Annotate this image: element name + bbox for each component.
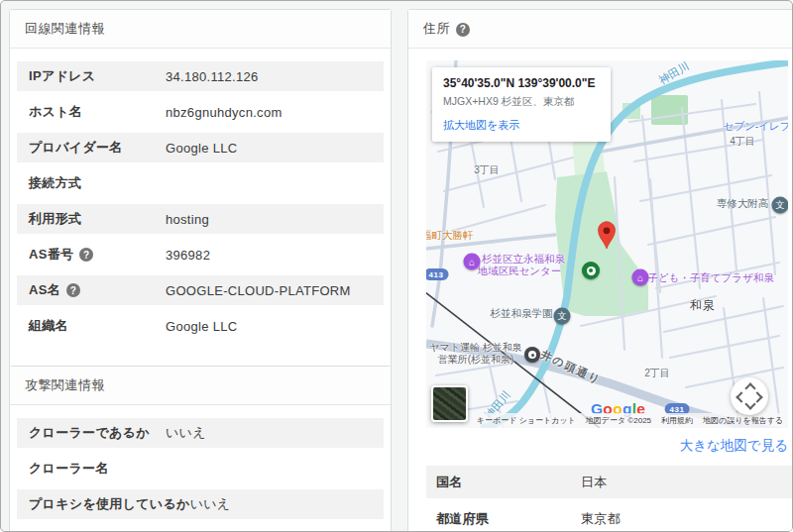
satellite-view-toggle[interactable] bbox=[431, 385, 468, 422]
info-row: ホスト名nbz6gnuhdycn.com bbox=[17, 97, 384, 127]
transport-poi-icon bbox=[524, 347, 540, 363]
attack-info-rows: クローラーであるかいいえクローラー名プロキシを使用しているかいいえ bbox=[10, 405, 391, 532]
address-card: 住所? bbox=[407, 9, 793, 532]
larger-map-row: 大きな地図で見る bbox=[426, 428, 788, 464]
info-row: クローラーであるかいいえ bbox=[17, 418, 384, 448]
attack-info-card: 攻撃関連情報 クローラーであるかいいえクローラー名プロキシを使用しているかいいえ bbox=[9, 366, 392, 532]
help-icon[interactable]: ? bbox=[79, 248, 93, 262]
info-row: 利用形式hosting bbox=[17, 204, 384, 234]
info-row: AS番号?396982 bbox=[17, 240, 384, 269]
row-value: nbz6gnuhdycn.com bbox=[166, 105, 283, 120]
pan-control[interactable] bbox=[731, 377, 768, 415]
line-info-card: 回線関連情報 IPアドレス34.180.112.126ホスト名nbz6gnuhd… bbox=[9, 9, 392, 372]
civic-poi-icon: ⌂ bbox=[464, 254, 481, 270]
address-body: 35°40'35.0"N 139°39'00.0"E MJGX+HX9 杉並区、… bbox=[408, 49, 793, 532]
row-label: 接続方式 bbox=[29, 174, 166, 192]
map-coordinates: 35°40'35.0"N 139°39'00.0"E bbox=[443, 76, 600, 90]
address-rows: 国名日本都道府県東京都 bbox=[426, 466, 793, 532]
help-icon[interactable]: ? bbox=[456, 23, 470, 37]
google-map-embed[interactable]: 35°40'35.0"N 139°39'00.0"E MJGX+HX9 杉並区、… bbox=[426, 60, 788, 428]
row-value: Google LLC bbox=[166, 141, 237, 156]
view-larger-map-link[interactable]: 大きな地図で見る bbox=[680, 438, 788, 453]
page-frame: 回線関連情報 IPアドレス34.180.112.126ホスト名nbz6gnuhd… bbox=[0, 0, 793, 532]
map-attribution-item[interactable]: 地図の誤りを報告する bbox=[703, 415, 783, 426]
park-poi-icon bbox=[582, 262, 600, 279]
row-label: 組織名 bbox=[29, 317, 166, 335]
row-label: クローラー名 bbox=[29, 460, 166, 478]
info-row: AS名?GOOGLE-CLOUD-PLATFORM bbox=[17, 275, 384, 305]
line-info-rows: IPアドレス34.180.112.126ホスト名nbz6gnuhdycn.com… bbox=[10, 49, 391, 371]
school-poi-icon: 文 bbox=[554, 308, 571, 325]
row-value: いいえ bbox=[166, 424, 206, 442]
pan-up-icon bbox=[744, 382, 755, 393]
row-label: プロバイダー名 bbox=[29, 139, 166, 157]
route-shield: 413 bbox=[426, 268, 448, 280]
row-label: 利用形式 bbox=[29, 210, 166, 228]
address-title-text: 住所 bbox=[423, 21, 450, 36]
row-label: AS名? bbox=[29, 281, 166, 299]
row-value: hosting bbox=[166, 212, 209, 227]
map-attribution-bar: キーボード ショートカット地図データ ©2025利用規約地図の誤りを報告する bbox=[472, 413, 788, 428]
row-value: GOOGLE-CLOUD-PLATFORM bbox=[166, 283, 351, 298]
map-attribution-item[interactable]: 利用規約 bbox=[661, 415, 693, 426]
info-row: IPアドレス34.180.112.126 bbox=[17, 61, 384, 91]
info-row: プロキシを使用しているかいいえ bbox=[17, 489, 384, 519]
row-label: プロキシを使用しているか bbox=[29, 495, 190, 513]
school-poi-icon: 文 bbox=[772, 197, 789, 214]
civic-poi-icon: ⌂ bbox=[632, 269, 649, 286]
help-icon[interactable]: ? bbox=[66, 283, 80, 297]
row-label: IPアドレス bbox=[29, 67, 166, 85]
row-label: AS番号? bbox=[29, 246, 166, 264]
enlarge-map-link[interactable]: 拡大地図を表示 bbox=[443, 118, 519, 133]
row-value: いいえ bbox=[190, 495, 231, 513]
info-row: 都道府県東京都 bbox=[426, 502, 793, 532]
info-row: 接続方式 bbox=[17, 168, 384, 198]
attack-info-title: 攻撃関連情報 bbox=[10, 367, 391, 405]
address-title: 住所? bbox=[408, 10, 793, 49]
info-row: 国名日本 bbox=[426, 466, 793, 498]
info-row: クローラー名 bbox=[17, 454, 384, 483]
info-row: 組織名Google LLC bbox=[17, 311, 384, 341]
map-plus-code-address: MJGX+HX9 杉並区、東京都 bbox=[443, 95, 600, 109]
row-value: 396982 bbox=[166, 248, 210, 263]
row-label: クローラーであるか bbox=[29, 424, 166, 442]
map-attribution-item: 地図データ ©2025 bbox=[586, 415, 651, 426]
info-row: プロバイダー名Google LLC bbox=[17, 133, 384, 162]
row-value: Google LLC bbox=[166, 319, 237, 334]
row-label: 都道府県 bbox=[436, 510, 581, 528]
row-label: 国名 bbox=[436, 474, 581, 491]
pan-left-icon bbox=[736, 391, 746, 402]
map-attribution-item[interactable]: キーボード ショートカット bbox=[477, 415, 576, 426]
line-info-title: 回線関連情報 bbox=[10, 10, 391, 49]
map-info-card: 35°40'35.0"N 139°39'00.0"E MJGX+HX9 杉並区、… bbox=[432, 67, 611, 142]
row-label: ホスト名 bbox=[29, 103, 166, 121]
row-value: 日本 bbox=[581, 474, 608, 491]
row-value: 東京都 bbox=[581, 510, 621, 528]
row-value: 34.180.112.126 bbox=[166, 69, 259, 84]
